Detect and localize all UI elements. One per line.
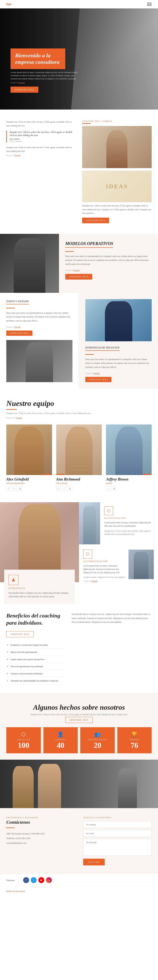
alex-ig-icon[interactable]: ig <box>18 486 22 491</box>
team-img-caption: Imagenes de Freepik <box>6 417 22 419</box>
jeffrey-tw-icon[interactable]: t <box>106 486 110 491</box>
models-title: MODELOS OPERATIVOS <box>65 241 113 248</box>
change-quote-text: Sample text. Click to select the text bo… <box>10 130 76 137</box>
planning-label: PLANIFICACIÓN <box>104 517 154 519</box>
ann-name: Ann Richmond <box>56 477 102 482</box>
coaching-benefit-item: ✓Generar conversaciones profundas <box>6 670 65 677</box>
nav-right <box>147 3 152 6</box>
models-learn-more-button[interactable]: APRENDE MÁS <box>65 274 92 280</box>
ann-photo <box>56 425 102 475</box>
coaching-benefit-item: ✓Aumente sus oportunidades de establecer… <box>6 677 65 684</box>
jeffrey-ig-icon[interactable]: ig <box>112 486 116 491</box>
follow-label: Síguenos <box>6 879 15 881</box>
data-learn-more-button[interactable]: APRENDE MÁS <box>6 331 32 336</box>
hero-learn-more-button[interactable]: APRENDE MÁS <box>11 87 38 93</box>
contact-email-input[interactable] <box>83 830 152 837</box>
fact-number-0: 100 <box>10 741 38 749</box>
change-img-caption: Imagen de Freepik <box>6 154 21 156</box>
instagram-icon[interactable]: ig <box>46 877 52 883</box>
team-card-ann: Ann Richmond Jefe Lanzami f t ig <box>56 425 102 492</box>
ann-ig-icon[interactable]: ig <box>68 486 72 491</box>
ann-tw-icon[interactable]: t <box>62 486 67 491</box>
contact-line <box>6 827 15 828</box>
jeffrey-name: Jeffrey Brown <box>106 477 152 482</box>
automation-img-caption: Imagen de Freepik <box>83 580 125 582</box>
hamburger-line-3 <box>147 5 152 6</box>
strategy-person-image <box>85 299 152 341</box>
fact-label-2: NUESTRO EQUIPO <box>83 738 112 741</box>
ann-role: Jefe Lanzami <box>56 482 102 484</box>
strat-auto-section: ♟ ESTRATEGIA Sed blandit libero volutpat… <box>0 502 158 604</box>
data-analysis-col: DATOS Y ANÁLISIS Duis aute irure dolor i… <box>0 293 79 388</box>
check-icon: ✓ <box>6 657 9 661</box>
jeffrey-role: gerente <box>106 482 152 484</box>
coaching-benefit-item: ✓Establecer y actuar para lograr las met… <box>6 641 65 649</box>
facts-section: Algunos hechos sobre nosotros Sample tex… <box>0 693 158 760</box>
facebook-icon[interactable]: f <box>23 877 29 883</box>
coaching-benefit-item: ✓Mayor nivel de participación <box>6 649 65 656</box>
alex-social: f t ig <box>6 486 52 491</box>
fact-card-1: 👤CLIENTES40 <box>43 727 78 753</box>
automation-icon-box: ⬡ <box>83 550 92 558</box>
strat-left: ♟ ESTRATEGIA Sed blandit libero volutpat… <box>0 502 79 604</box>
fact-card-3: 🏆PREMIOS76 <box>117 727 152 753</box>
strategy-learn-more-button[interactable]: APRENDE MÁS <box>85 377 112 382</box>
facts-title: Algunos hechos sobre nosotros <box>6 703 152 711</box>
check-icon: ✓ <box>6 650 9 654</box>
fact-number-1: 40 <box>46 741 75 749</box>
data-strategy-section: DATOS Y ANÁLISIS Duis aute irure dolor i… <box>0 293 158 388</box>
alex-tw-icon[interactable]: t <box>12 486 17 491</box>
twitter-icon[interactable]: t <box>31 877 37 883</box>
fact-icon-0: ⬡ <box>10 732 38 737</box>
youtube-icon[interactable]: ▶ <box>38 877 44 883</box>
social-section: Síguenos f t ▶ ig <box>0 874 158 886</box>
alex-photo <box>6 425 52 475</box>
change-learn-more-button[interactable]: APRENDE MÁS <box>82 218 109 223</box>
fact-card-0: ⬡PROYECTOS100 <box>6 727 41 753</box>
check-icon: ✓ <box>6 643 9 647</box>
alex-accent-bar <box>44 474 52 475</box>
alex-fb-icon[interactable]: f <box>6 486 11 491</box>
fact-icon-2: 👥 <box>83 732 112 737</box>
strategy-desc: Sed blandit libero volutpat sed cras. Ad… <box>8 591 70 598</box>
change-left-text1: Sample text. Click to select the text bo… <box>6 120 76 127</box>
hamburger-menu[interactable] <box>147 3 152 6</box>
benefit-text: Nivel de aprendizaje más profundo <box>11 665 43 668</box>
logo[interactable]: logo <box>6 3 11 6</box>
team-title: Nuestro equipo <box>6 399 152 408</box>
contact-message-input[interactable] <box>83 839 152 856</box>
models-content: MODELOS OPERATIVOS Duis aute irure dolor… <box>59 234 158 293</box>
contact-address: 3987 SE Sunrise Avenue, COD 800-1553 Tel… <box>6 831 75 845</box>
facts-bottom-image <box>0 760 158 808</box>
coaching-benefits-list: ✓Establecer y actuar para lograr las met… <box>6 641 65 684</box>
contact-send-button[interactable]: ENVIAR <box>83 859 105 865</box>
jeffrey-photo <box>106 425 152 475</box>
privacy-policy-link[interactable]: Política de privacidad <box>6 890 25 892</box>
strategy-img-caption: Imagen de Freepik <box>85 372 152 374</box>
ideas-image: IDEAS <box>82 171 152 202</box>
facts-grid: ⬡PROYECTOS100👤CLIENTES40👥NUESTRO EQUIPO2… <box>6 727 152 753</box>
hero-title-box: Bienvenido a la empresa consultora <box>11 48 65 69</box>
data-img-caption: Imagen de Freepik <box>6 326 72 328</box>
benefit-text: Generar conversaciones profundas <box>11 672 43 675</box>
planning-image <box>79 502 100 544</box>
strategy-line <box>85 354 94 355</box>
coaching-benefit-item: ✓Nivel de aprendizaje más profundo <box>6 663 65 670</box>
change-left: Sample text. Click to select the text bo… <box>6 120 76 157</box>
fact-number-3: 76 <box>121 741 149 749</box>
contact-name-input[interactable] <box>83 821 152 828</box>
strategy-icon-box: ♟ <box>8 575 19 585</box>
automation-text2: accumsan purus. Aliquam in erat eu urna … <box>83 576 125 579</box>
facts-learn-more-button[interactable]: APRENDE MÁS <box>65 717 93 723</box>
automation-content: ⬡ AUTOMATIZACIÓN Lorem ipsum dolor sit a… <box>83 550 125 582</box>
strategy-text: Duis aute irure dolor in reprehenderit i… <box>85 357 152 369</box>
coaching-learn-more-button[interactable]: APRENDE MÁS <box>6 631 34 637</box>
change-management-section: Sample text. Click to select the text bo… <box>0 110 158 234</box>
change-left-text2: Sample text. Click to select the text bo… <box>6 146 76 153</box>
ann-fb-icon[interactable]: f <box>56 486 61 491</box>
automation-label: AUTOMATIZACIÓN <box>83 560 125 562</box>
contact-title: Contáctenos <box>6 819 75 825</box>
team-card-alex: Alex Grinfield Jefe de programación f t … <box>6 425 52 492</box>
fact-label-0: PROYECTOS <box>10 738 38 741</box>
jeffrey-social: t ig <box>106 486 152 491</box>
